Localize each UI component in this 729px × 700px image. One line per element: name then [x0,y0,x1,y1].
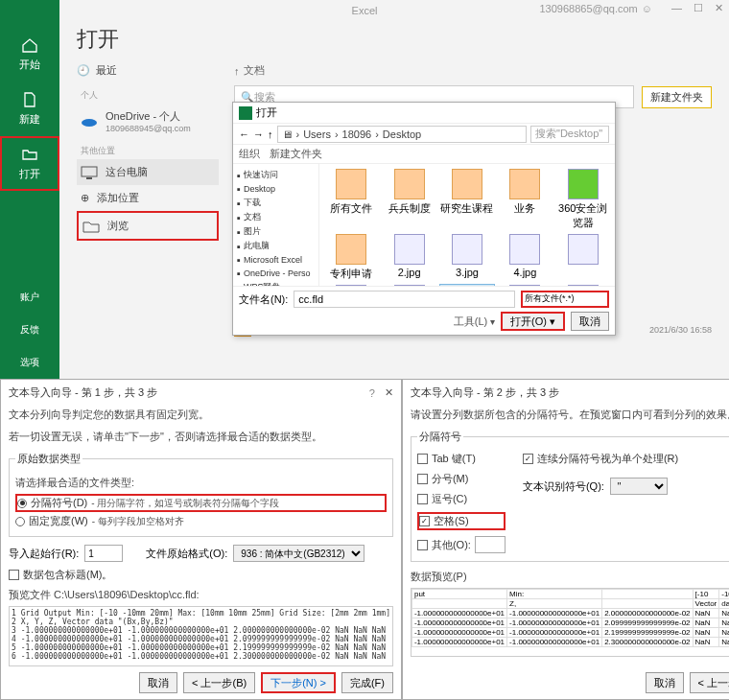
up-folder[interactable]: ↑ 文档 [234,63,265,78]
rail-new[interactable]: 新建 [0,82,59,136]
delim-space[interactable]: ✓空格(S) [417,512,506,530]
checkbox-icon: ✓ [523,454,533,464]
preview-box: 1 Grid Output Min: [-10 -10mm 20mm] Max:… [9,606,393,666]
delimiters-group: 分隔符号 Tab 键(T) 分号(M) 逗号(C) ✓空格(S) 其他(O): … [411,430,729,562]
excel-window: Excel 130968865@qq.com ☺ — ☐ ✕ 开始 新建 打开 … [0,0,729,379]
wizard-title: 文本导入向导 - 第 1 步，共 3 步 [9,385,369,400]
delim-other[interactable]: 其他(O): [417,536,506,553]
option-delimited[interactable]: 分隔符号(D) - 用分隔字符，如逗号或制表符分隔每个字段 [15,494,387,512]
qualifier-label: 文本识别符号(Q): [523,479,604,494]
rail-open[interactable]: 打开 [0,136,59,191]
cancel-button[interactable]: 取消 [139,672,177,693]
file-icon [452,234,482,265]
nav-item[interactable]: ▪下载 [235,196,317,210]
original-data-type: 原始数据类型 请选择最合适的文件类型: 分隔符号(D) - 用分隔字符，如逗号或… [9,452,393,537]
delim-tab[interactable]: Tab 键(T) [417,452,506,466]
file-item[interactable]: 2.jpg [381,233,436,282]
checkbox-icon: ✓ [419,516,430,526]
folder-icon [509,169,540,199]
rail-home[interactable]: 开始 [0,27,59,82]
tools-menu[interactable]: 工具(L) ▾ [454,315,495,329]
text-import-wizard-step2: 文本导入向导 - 第 2 步，共 3 步 ? ✕ 请设置分列数据所包含的分隔符号… [402,379,729,700]
up-icon[interactable]: ↑ [268,128,273,140]
header-checkbox[interactable]: 数据包含标题(M)。 [9,568,393,582]
locations-list: 🕘 最近 个人 OneDrive - 个人1809688945@qq.com 其… [77,63,219,342]
finish-button[interactable]: 完成(F) [341,672,393,693]
startrow-input[interactable] [84,545,123,562]
close-icon[interactable]: ✕ [385,386,393,399]
delim-comma[interactable]: 逗号(C) [417,492,506,506]
nav-item[interactable]: ▪文档 [235,210,317,224]
clock-icon: 🕘 [77,64,90,77]
file-item[interactable]: 兵兵制度 [381,168,436,231]
svg-rect-1 [82,167,97,176]
breadcrumb[interactable]: 🖥 ›Users ›18096 ›Desktop [277,126,528,143]
nav-item[interactable]: ▪Microsoft Excel [235,253,317,267]
startrow-label: 导入起始行(R): [9,547,79,561]
browse-location[interactable]: 浏览 [77,211,219,241]
delim-other-input[interactable] [475,536,506,553]
nav-item[interactable]: ▪此电脑 [235,239,317,253]
thispc-location[interactable]: 这台电脑 [77,159,219,185]
fwd-icon[interactable]: → [253,128,264,140]
dialog-nav-tree: ▪快速访问▪Desktop▪下载▪文档▪图片▪此电脑▪Microsoft Exc… [233,164,319,286]
preview-label: 预览文件 C:\Users\18096\Desktop\cc.fld: [9,588,393,602]
file-item[interactable]: 所有文件 [323,168,379,231]
folder-icon [452,169,482,199]
preview-label: 数据预览(P) [411,570,729,584]
checkbox-icon [417,540,428,550]
section-other: 其他位置 [77,141,219,159]
dialog-search[interactable]: 搜索"Desktop" [530,126,609,143]
cancel-button[interactable]: 取消 [646,672,684,693]
dialog-file-grid: 所有文件兵兵制度研究生课程业务360安全浏览器专利申请2.jpg3.jpg4.j… [319,164,615,286]
checkbox-icon [9,570,19,580]
origin-label: 文件原始格式(O): [146,547,227,561]
rail-account[interactable]: 账户 [0,281,59,314]
nav-item[interactable]: ▪图片 [235,224,317,239]
back-button[interactable]: < 上一步(B) [183,672,255,693]
new-folder-button[interactable]: 新建文件夹 [642,86,712,108]
open-button[interactable]: 打开(O) ▾ [501,312,565,331]
consecutive-delim[interactable]: ✓连续分隔符号视为单个处理(R) [523,452,678,466]
nav-item[interactable]: ▪OneDrive - Perso [235,267,317,280]
tree-icon: ▪ [237,183,241,195]
filetype-filter[interactable]: 所有文件(*.*) [521,291,609,308]
text-import-wizard-step1: 文本导入向导 - 第 1 步，共 3 步 ? ✕ 文本分列向导判定您的数据具有固… [0,379,402,700]
file-item[interactable]: 360安全浏览器 [555,168,611,231]
file-item[interactable]: 业务 [497,168,553,231]
rail-feedback[interactable]: 反馈 [0,314,59,346]
file-icon [394,234,425,265]
file-open-dialog: 打开 ← → ↑ 🖥 ›Users ›18096 ›Desktop 搜索"Des… [232,102,616,336]
recent-location[interactable]: 🕘 最近 [77,63,219,78]
checkbox-icon [417,494,428,504]
nav-item[interactable]: ▪Desktop [235,182,317,196]
tree-icon: ▪ [237,254,241,266]
onedrive-location[interactable]: OneDrive - 个人1809688945@qq.com [77,104,219,139]
newfolder-button[interactable]: 新建文件夹 [270,147,322,161]
qualifier-select[interactable]: " [610,478,668,495]
file-item[interactable]: 研究生课程 [439,168,495,231]
file-icon [509,234,540,265]
filename-input[interactable] [294,291,515,308]
cancel-button[interactable]: 取消 [571,312,609,331]
next-button[interactable]: 下一步(N) > [261,672,336,693]
file-item[interactable]: 3.jpg [439,233,495,282]
rail-options[interactable]: 选项 [0,346,59,379]
folder-icon [82,220,100,233]
dialog-titlebar: 打开 [233,103,615,124]
option-fixedwidth[interactable]: 固定宽度(W) - 每列字段加空格对齐 [15,514,387,528]
file-item[interactable]: 4.jpg [497,233,553,282]
organize-menu[interactable]: 组织 [239,147,260,161]
file-item[interactable] [555,233,611,282]
back-icon[interactable]: ← [239,128,249,140]
origin-select[interactable]: 936 : 简体中文(GB2312) [233,545,364,562]
file-item[interactable]: 专利申请 [323,233,379,282]
wizard-desc2: 若一切设置无误，请单击"下一步"，否则请选择最合适的数据类型。 [9,430,393,444]
delim-semicolon[interactable]: 分号(M) [417,472,506,486]
addlocation[interactable]: ⊕ 添加位置 [77,185,219,211]
help-icon[interactable]: ? [369,387,375,399]
back-button[interactable]: < 上一步(B) [690,672,729,693]
radio-icon [15,517,25,526]
wizard-title: 文本导入向导 - 第 2 步，共 3 步 [411,385,729,400]
nav-item[interactable]: ▪快速访问 [235,168,317,182]
